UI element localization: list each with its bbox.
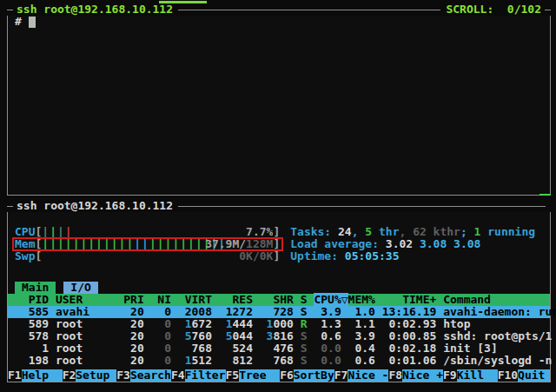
f1-help-button[interactable]: Help	[22, 369, 63, 382]
col-virt[interactable]: VIRT	[171, 293, 212, 306]
process-state: S	[294, 354, 308, 367]
swap-meter-value: 0K/0K	[239, 250, 273, 262]
htop-content-area[interactable]: CPU[||||7.7%] Tasks: 24, 5 thr, 62 kthr;…	[7, 212, 551, 382]
process-row[interactable]: 578 root 20 0 5760 5044 3816 S 0.6 3.9 0…	[8, 330, 550, 342]
shell-prompt-line: #	[8, 16, 550, 28]
f8-key[interactable]: F8	[388, 369, 402, 382]
pane-ssh-shell: ssh root@192.168.10.112 SCROLL: 0/102 #	[7, 3, 551, 196]
border-line	[178, 10, 440, 10]
process-state: R	[294, 317, 308, 330]
process-state: S	[294, 329, 308, 342]
top-pane-border-title: ssh root@192.168.10.112 SCROLL: 0/102	[7, 3, 551, 16]
col-state[interactable]: S	[294, 293, 314, 306]
table-header: PID USER PRI NI VIRT RES SHR S CPU%▽MEM%…	[8, 294, 550, 306]
tab-main[interactable]: Main	[15, 282, 56, 294]
bottom-pane-title: ssh root@192.168.10.112	[13, 200, 173, 212]
htop-tab-bar: Main I/O	[8, 282, 550, 294]
f9-key[interactable]: F9	[443, 369, 457, 382]
process-row[interactable]: 589 root 20 0 1672 1444 1000 R 1.3 1.1 0…	[8, 318, 550, 330]
col-pri[interactable]: PRI	[123, 293, 143, 306]
f6-key[interactable]: F6	[280, 369, 294, 382]
load-average-summary: Load average: 3.02 3.08 3.08	[290, 238, 480, 250]
f8-nice-plus-button[interactable]: Nice +	[402, 369, 443, 382]
col-cpu-sorted[interactable]: CPU%▽	[314, 293, 348, 306]
cpu-meter: CPU[||||7.7%]	[15, 226, 280, 238]
col-command[interactable]: Command	[436, 293, 491, 306]
col-time[interactable]: TIME+	[375, 293, 436, 306]
sort-desc-icon: ▽	[341, 293, 348, 306]
cpu-meter-value: 7.7%	[246, 226, 273, 238]
f1-key[interactable]: F1	[8, 369, 22, 382]
f4-key[interactable]: F4	[171, 369, 185, 382]
col-mem[interactable]: MEM%	[348, 293, 375, 306]
tasks-summary: Tasks: 24, 5 thr, 62 kthr; 1 running	[290, 226, 535, 238]
col-pid[interactable]: PID	[15, 293, 49, 306]
mem-meter: Mem[||||||||||||||||||||||||37.9M/128M]	[15, 237, 280, 250]
f9-kill-button[interactable]: Kill	[457, 369, 498, 382]
mem-meter-row: Mem[||||||||||||||||||||||||37.9M/128M] …	[8, 238, 550, 250]
col-res[interactable]: RES	[212, 293, 253, 306]
scroll-indicator: SCROLL: 0/102	[446, 3, 541, 16]
process-row[interactable]: 198 root 20 0 1512 812 768 S 0.0 0.6 0:0…	[8, 355, 550, 367]
tab-io[interactable]: I/O	[63, 282, 97, 294]
f10-quit-button[interactable]: Quit	[518, 369, 550, 382]
f6-sortby-button[interactable]: SortBy	[294, 369, 334, 382]
swap-meter: Swp[0K/0K]	[15, 250, 280, 262]
active-border-corner	[539, 194, 551, 196]
terminal-screen: ssh root@192.168.10.112 SCROLL: 0/102 # …	[0, 0, 556, 392]
f4-filter-button[interactable]: Filter	[185, 369, 226, 382]
f5-tree-button[interactable]: Tree	[239, 369, 280, 382]
mem-meter-bars: ||||||||||||||||||||||||	[42, 238, 226, 250]
f3-key[interactable]: F3	[116, 369, 130, 382]
mem-meter-value: 37.9M/128M	[205, 238, 273, 250]
f7-nice-minus-button[interactable]: Nice -	[348, 369, 388, 382]
process-state: S	[294, 305, 308, 318]
border-line	[545, 10, 551, 10]
pane-htop: ssh root@192.168.10.112 CPU[||||7.7%] Ta…	[7, 200, 551, 382]
process-state: S	[294, 342, 308, 355]
cpu-meter-bars: ||||	[42, 226, 72, 238]
shell-content-area[interactable]: #	[7, 16, 551, 196]
text-cursor	[29, 17, 36, 28]
col-user[interactable]: USER	[49, 293, 123, 306]
f2-key[interactable]: F2	[63, 369, 76, 382]
top-pane-title: ssh root@192.168.10.112	[13, 3, 173, 16]
uptime-summary: Uptime: 05:05:35	[290, 250, 399, 262]
f5-key[interactable]: F5	[226, 369, 240, 382]
cpu-meter-row: CPU[||||7.7%] Tasks: 24, 5 thr, 62 kthr;…	[8, 226, 550, 238]
bottom-pane-border-title: ssh root@192.168.10.112	[7, 200, 551, 212]
process-row[interactable]: 1 root 20 0 768 524 476 S 0.0 0.4 0:02.1…	[8, 342, 550, 355]
f2-setup-button[interactable]: Setup	[76, 369, 116, 382]
f7-key[interactable]: F7	[334, 369, 348, 382]
swap-meter-row: Swp[0K/0K] Uptime: 05:05:35	[8, 250, 550, 262]
function-key-bar: F1Help F2Setup F3SearchF4FilterF5Tree F6…	[8, 369, 550, 382]
border-line	[7, 206, 13, 207]
shell-prompt: #	[15, 15, 29, 28]
border-line	[178, 206, 546, 207]
col-shr[interactable]: SHR	[253, 293, 294, 306]
process-row-selected[interactable]: 585 avahi 20 0 2008 1272 728 S 3.9 1.0 1…	[8, 306, 550, 318]
col-ni[interactable]: NI	[144, 293, 171, 306]
f10-key[interactable]: F10	[498, 369, 518, 382]
f3-search-button[interactable]: Search	[130, 369, 171, 382]
border-line	[7, 10, 13, 10]
